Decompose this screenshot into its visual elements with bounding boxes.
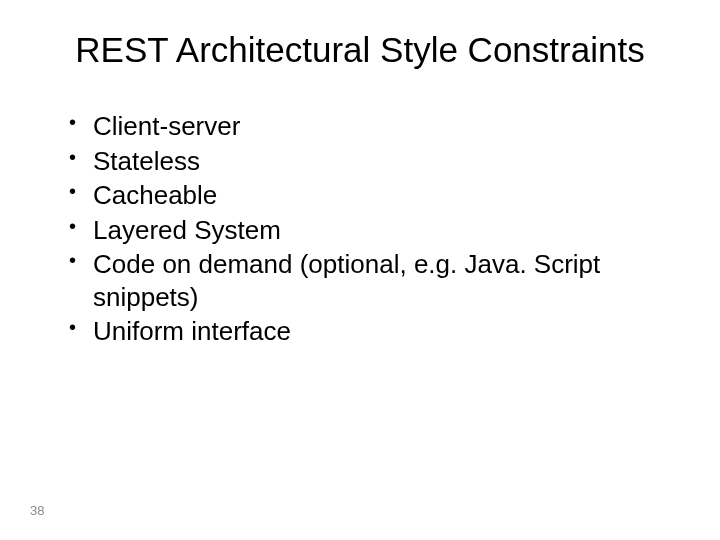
- bullet-list: Client-server Stateless Cacheable Layere…: [50, 110, 670, 348]
- list-item: Stateless: [65, 145, 670, 178]
- page-number: 38: [30, 503, 44, 518]
- list-item: Uniform interface: [65, 315, 670, 348]
- list-item: Cacheable: [65, 179, 670, 212]
- list-item: Code on demand (optional, e.g. Java. Scr…: [65, 248, 670, 313]
- list-item: Client-server: [65, 110, 670, 143]
- slide-title: REST Architectural Style Constraints: [50, 30, 670, 70]
- slide-container: REST Architectural Style Constraints Cli…: [0, 0, 720, 540]
- list-item: Layered System: [65, 214, 670, 247]
